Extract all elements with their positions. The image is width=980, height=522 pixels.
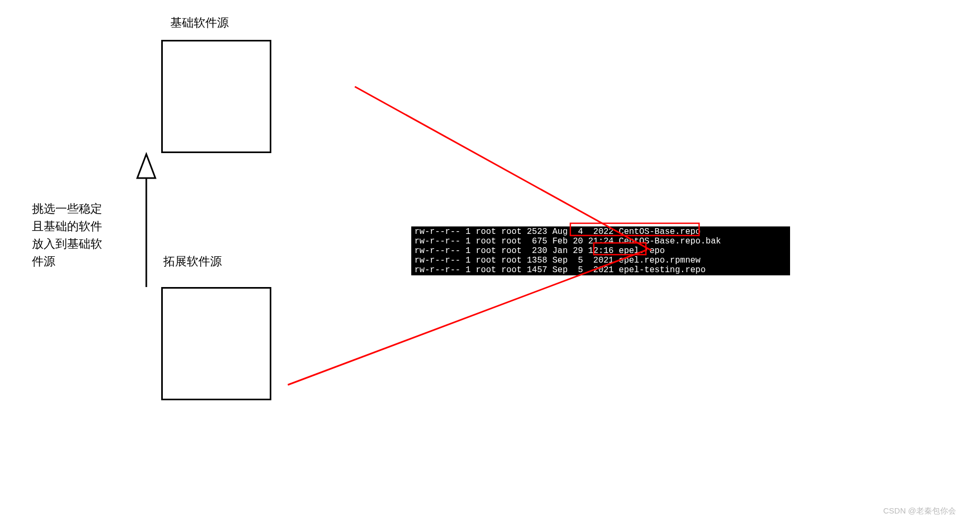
- box-ext-source: [161, 287, 271, 400]
- svg-marker-1: [137, 154, 155, 178]
- box-basic-source: [161, 40, 271, 153]
- label-side-text: 挑选一些稳定 且基础的软件 放入到基础软 件源: [32, 200, 102, 270]
- label-ext-source: 拓展软件源: [163, 252, 222, 270]
- label-basic-source: 基础软件源: [170, 14, 229, 31]
- terminal-output: rw-r--r-- 1 root root 2523 Aug 4 2022 Ce…: [411, 226, 790, 275]
- watermark-text: CSDN @老秦包你会: [883, 506, 956, 516]
- up-arrow-icon: [137, 154, 155, 287]
- red-line-top: [355, 87, 651, 250]
